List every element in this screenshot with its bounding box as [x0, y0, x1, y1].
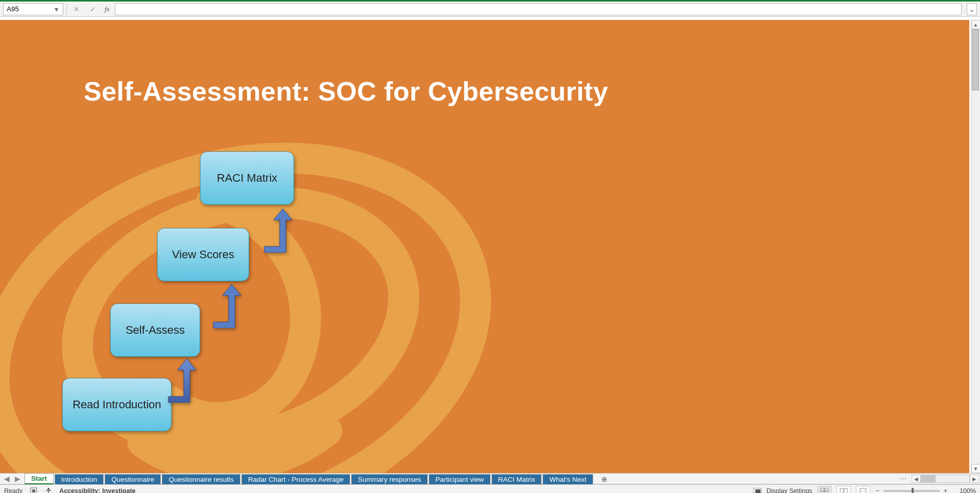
sheet-tab-summary-responses[interactable]: Summary responses — [351, 474, 428, 484]
sheet-tab-start[interactable]: Start — [24, 473, 54, 484]
tabs-overflow[interactable]: ⋯ — [895, 474, 911, 484]
caret-left-icon: ◀ — [914, 476, 918, 482]
sheet-tab-label: Start — [31, 475, 47, 482]
scroll-right-button[interactable]: ▶ — [970, 475, 979, 483]
svg-rect-10 — [840, 488, 843, 494]
step-label: Read Introduction — [72, 398, 161, 411]
page-layout-icon — [840, 488, 848, 494]
step-self-assess[interactable]: Self-Assess — [110, 304, 200, 357]
horizontal-scroll-track[interactable] — [921, 475, 970, 483]
fx-label[interactable]: fx — [103, 5, 112, 13]
view-page-layout-button[interactable] — [837, 486, 851, 494]
status-ready-label: Ready — [4, 487, 22, 494]
sheet-tab-introduction[interactable]: Introduction — [55, 474, 104, 484]
arrow-elbow-icon — [211, 282, 242, 328]
sheet-tab-label: Summary responses — [358, 476, 421, 483]
status-left: Ready Accessibility: Investigate — [4, 487, 136, 494]
macro-record-icon[interactable] — [30, 487, 38, 494]
arrow-elbow-icon — [166, 357, 197, 403]
vertical-scroll-thumb[interactable] — [972, 29, 979, 90]
page-title: Self-Assessment: SOC for Cybersecurity — [84, 76, 608, 107]
accessibility-icon[interactable] — [45, 487, 52, 494]
zoom-track[interactable] — [884, 490, 940, 492]
vertical-scrollbar[interactable]: ▲ ▼ — [971, 20, 980, 473]
zoom-in-button[interactable]: + — [944, 487, 947, 494]
zoom-percent-label[interactable]: 100% — [952, 487, 976, 494]
status-bar: Ready Accessibility: Investigate Display… — [0, 484, 980, 493]
formula-input[interactable] — [115, 3, 962, 15]
caret-right-icon: ▶ — [972, 476, 976, 482]
step-read-introduction[interactable]: Read Introduction — [62, 378, 172, 431]
sheet-tab-label: Participant view — [435, 476, 484, 483]
chevron-down-icon: ⌄ — [969, 5, 975, 13]
sheet-background: Self-Assessment: SOC for Cybersecurity R… — [0, 20, 969, 473]
check-icon: ✓ — [90, 5, 96, 13]
vertical-scroll-track[interactable] — [971, 29, 981, 464]
horizontal-scroll-thumb[interactable] — [921, 475, 936, 482]
step-raci-matrix[interactable]: RACI Matrix — [200, 152, 294, 205]
dots-icon: ⋯ — [899, 475, 906, 483]
sheet-tab-label: What's Next — [549, 476, 586, 483]
sheet-tabs-row: ◀ ▶ Start Introduction Questionnaire Que… — [0, 473, 980, 484]
zoom-handle[interactable] — [912, 488, 914, 494]
step-label: RACI Matrix — [217, 171, 278, 185]
svg-rect-6 — [755, 489, 761, 493]
svg-rect-3 — [32, 489, 35, 492]
step-label: Self-Assess — [126, 324, 185, 337]
formula-confirm-button[interactable]: ✓ — [86, 3, 100, 15]
sheet-canvas[interactable]: Self-Assessment: SOC for Cybersecurity R… — [0, 20, 969, 473]
name-box-dropdown-icon[interactable]: ▾ — [53, 5, 60, 13]
sheet-tab-label: Questionnaire — [111, 476, 154, 483]
formula-cancel-button[interactable]: ✕ — [70, 3, 83, 15]
sheet-tabs: Start Introduction Questionnaire Questio… — [24, 474, 611, 484]
svg-point-4 — [47, 488, 50, 490]
spacer — [611, 474, 895, 484]
view-page-break-button[interactable] — [856, 486, 870, 494]
plus-circle-icon: ⊕ — [601, 475, 607, 483]
accessibility-label[interactable]: Accessibility: Investigate — [59, 487, 135, 494]
caret-up-icon: ▲ — [973, 22, 978, 28]
caret-down-icon: ▼ — [973, 466, 978, 472]
tab-nav-next-button[interactable]: ▶ — [15, 475, 20, 483]
status-right: Display Settings − + 100% — [753, 486, 976, 494]
name-box[interactable]: A95 ▾ — [3, 3, 63, 15]
add-sheet-button[interactable]: ⊕ — [597, 475, 611, 484]
svg-rect-11 — [844, 488, 847, 494]
grid-icon — [820, 488, 828, 494]
horizontal-scrollbar[interactable]: ◀ ▶ — [911, 474, 980, 484]
display-settings-icon[interactable] — [753, 487, 762, 494]
scroll-left-button[interactable]: ◀ — [912, 475, 921, 483]
scroll-up-button[interactable]: ▲ — [971, 20, 981, 29]
sheet-tab-whats-next[interactable]: What's Next — [543, 474, 593, 484]
step-view-scores[interactable]: View Scores — [157, 228, 249, 281]
arrow-elbow-icon — [262, 207, 293, 253]
sheet-tab-label: Radar Chart - Process Average — [248, 476, 344, 483]
sheet-tab-label: RACI Matrix — [498, 476, 535, 483]
sheet-tab-questionnaire[interactable]: Questionnaire — [105, 474, 161, 484]
tab-nav: ◀ ▶ — [0, 474, 24, 484]
sheet-tab-label: Questionnaire results — [168, 476, 234, 483]
scroll-down-button[interactable]: ▼ — [971, 464, 981, 473]
sheet-tab-participant-view[interactable]: Participant view — [429, 474, 491, 484]
workbook-area: Self-Assessment: SOC for Cybersecurity R… — [0, 17, 980, 473]
tab-nav-prev-button[interactable]: ◀ — [4, 475, 10, 483]
formula-bar: A95 ▾ ✕ ✓ fx ⌄ — [0, 2, 980, 17]
separator — [66, 4, 67, 15]
sheet-tab-raci-matrix[interactable]: RACI Matrix — [492, 474, 542, 484]
close-icon: ✕ — [74, 5, 80, 13]
display-settings-label[interactable]: Display Settings — [767, 487, 813, 494]
formula-expand-button[interactable]: ⌄ — [967, 3, 977, 15]
sheet-tab-questionnaire-results[interactable]: Questionnaire results — [162, 474, 240, 484]
sheet-tab-radar-chart[interactable]: Radar Chart - Process Average — [241, 474, 350, 484]
zoom-out-button[interactable]: − — [875, 487, 879, 494]
sheet-tab-label: Introduction — [61, 476, 97, 483]
view-normal-button[interactable] — [817, 486, 831, 494]
step-label: View Scores — [172, 248, 234, 261]
zoom-slider: − + — [875, 487, 947, 494]
name-box-value: A95 — [7, 5, 19, 13]
page-break-icon — [859, 488, 867, 494]
